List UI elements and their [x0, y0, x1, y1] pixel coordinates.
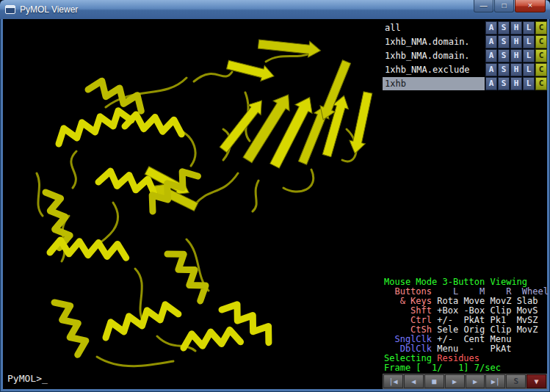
object-name[interactable]: 1xhb	[383, 77, 485, 90]
movie-controls: |◀ ◀ ■ ▶ ▶ ▶| S ▼	[383, 374, 547, 389]
ctsh-label: CtSh	[384, 324, 432, 335]
label-menu-button[interactable]: L	[523, 35, 535, 48]
object-name[interactable]: 1xhb_NMA.domain.	[383, 49, 485, 62]
step-back-button[interactable]: ◀	[404, 374, 424, 388]
ctrl-actions: +/- PkAt Pk1 MvSZ	[432, 315, 538, 325]
selecting-label: Selecting	[384, 353, 437, 363]
action-menu-button[interactable]: A	[485, 63, 497, 76]
command-prompt[interactable]: PyMOL>_	[7, 373, 48, 384]
window-content: PyMOL>_ all A S H L C 1xhb_NMA.domain. A…	[3, 19, 547, 389]
action-menu-button[interactable]: A	[485, 35, 497, 48]
show-menu-button[interactable]: S	[498, 35, 510, 48]
object-panel: all A S H L C 1xhb_NMA.domain. A S H L C…	[383, 19, 547, 389]
color-menu-button[interactable]: C	[535, 77, 547, 90]
stop-button[interactable]: ■	[424, 374, 444, 388]
object-row: 1xhb_NMA.domain. A S H L C	[383, 35, 547, 48]
fullscreen-button[interactable]: ▼	[527, 374, 546, 388]
protein-cartoon	[3, 19, 383, 389]
object-row: 1xhb A S H L C	[383, 77, 547, 90]
hide-menu-button[interactable]: H	[510, 63, 522, 76]
maximize-button[interactable]: □	[494, 0, 514, 12]
buttons-columns: L M R Wheel	[432, 286, 549, 297]
shift-label: Shft	[384, 305, 432, 316]
label-menu-button[interactable]: L	[523, 63, 535, 76]
object-list: all A S H L C 1xhb_NMA.domain. A S H L C…	[383, 19, 547, 91]
keys-actions: Rota Move MovZ Slab	[432, 296, 538, 306]
show-menu-button[interactable]: S	[498, 21, 510, 35]
show-menu-button[interactable]: S	[498, 77, 510, 90]
close-button[interactable]: ×	[515, 0, 546, 12]
action-menu-button[interactable]: A	[485, 49, 497, 62]
viewport-3d[interactable]: PyMOL>_	[3, 19, 383, 389]
caption-buttons: — □ ×	[473, 0, 546, 12]
object-name[interactable]: 1xhb_NMA.domain.	[383, 35, 485, 48]
pymol-window: PyMOL Viewer — □ ×	[0, 0, 550, 392]
rewind-button[interactable]: |◀	[383, 374, 403, 388]
dblclk-label: DblClk	[384, 344, 432, 354]
show-menu-button[interactable]: S	[498, 63, 510, 76]
panel-filler	[383, 91, 547, 277]
color-menu-button[interactable]: C	[535, 21, 547, 35]
object-row: all A S H L C	[383, 21, 547, 35]
frame-counter: Frame [ 1/ 1] 7/sec	[384, 363, 501, 373]
snglclk-label: SnglClk	[384, 334, 432, 344]
mouse-mode-text: Mouse Mode 3-Button Viewing	[384, 277, 527, 287]
label-menu-button[interactable]: L	[523, 21, 535, 35]
object-row: 1xhb_NMA.exclude A S H L C	[383, 63, 547, 76]
window-title: PyMOL Viewer	[20, 4, 473, 15]
buttons-label: Buttons	[384, 286, 432, 297]
hide-menu-button[interactable]: H	[510, 35, 522, 48]
end-button[interactable]: ▶|	[485, 374, 505, 388]
hide-menu-button[interactable]: H	[510, 21, 522, 35]
object-name[interactable]: all	[383, 21, 485, 35]
ctrl-label: Ctrl	[384, 315, 432, 325]
label-menu-button[interactable]: L	[523, 49, 535, 62]
dblclk-actions: Menu - PkAt	[432, 344, 511, 354]
snglclk-actions: +/- Cent Menu	[432, 334, 511, 344]
minimize-button[interactable]: —	[474, 0, 493, 12]
selecting-mode: Residues	[437, 353, 480, 363]
show-menu-button[interactable]: S	[498, 49, 510, 62]
ctsh-actions: Sele Orig Clip MovZ	[432, 324, 538, 335]
play-button[interactable]: ▶	[445, 374, 465, 388]
color-menu-button[interactable]: C	[535, 63, 547, 76]
keys-label: & Keys	[384, 296, 432, 306]
color-menu-button[interactable]: C	[535, 35, 547, 48]
object-name[interactable]: 1xhb_NMA.exclude	[383, 63, 485, 76]
hide-menu-button[interactable]: H	[510, 49, 522, 62]
hide-menu-button[interactable]: H	[510, 77, 522, 90]
object-row: 1xhb_NMA.domain. A S H L C	[383, 49, 547, 62]
frame-line: Frame [ 1/ 1] 7/sec	[384, 363, 547, 373]
scene-button[interactable]: S	[506, 374, 526, 388]
app-icon	[5, 5, 15, 14]
color-menu-button[interactable]: C	[535, 49, 547, 62]
action-menu-button[interactable]: A	[485, 21, 497, 35]
action-menu-button[interactable]: A	[485, 77, 497, 90]
step-forward-button[interactable]: ▶	[466, 374, 485, 388]
titlebar[interactable]: PyMOL Viewer — □ ×	[0, 0, 550, 19]
mouse-help-panel: Mouse Mode 3-Button Viewing Buttons L M …	[383, 277, 547, 374]
shift-actions: +Box -Box Clip MovS	[432, 305, 538, 316]
label-menu-button[interactable]: L	[523, 77, 535, 90]
